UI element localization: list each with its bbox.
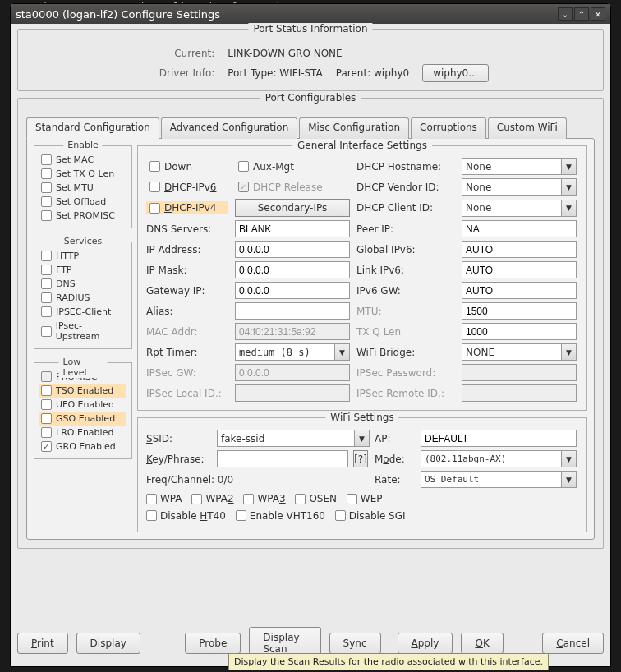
chk-lro[interactable]: LRO Enabled [39,426,126,440]
chevron-down-icon: ▼ [334,344,349,360]
chk-dns[interactable]: DNS [39,277,126,291]
rate-combo[interactable]: OS Default▼ [421,471,577,488]
key-input[interactable] [217,450,348,467]
chk-wpa2[interactable]: WPA2 [191,493,233,504]
mac-input [235,323,350,340]
chk-tso[interactable]: TSO Enabled [39,384,126,398]
wifi-panel: WiFi Settings SSID: fake-ssid▼ AP: Key/P… [137,417,587,532]
ipsrid-label: IPSec Remote ID.: [356,388,455,399]
chk-down[interactable]: Down [146,160,228,173]
driver-info-label: Driver Info: [132,67,214,79]
chk-wpa[interactable]: WPA [146,493,182,504]
peer-input[interactable] [462,220,577,237]
ssid-label: SSID: [146,433,212,444]
gipv6-label: Global IPv6: [356,244,455,255]
chk-gro[interactable]: GRO Enabled [39,440,126,453]
ssid-combo[interactable]: fake-ssid▼ [217,430,370,447]
titlebar: sta0000 (logan-lf2) Configure Settings ⌄… [11,4,610,24]
chk-ipsec-client[interactable]: IPSEC-Client [39,305,126,319]
wifi-legend: WiFi Settings [325,412,398,423]
chk-disable-sgi[interactable]: Disable SGI [335,510,406,522]
tab-misc[interactable]: Misc Configuration [299,117,409,139]
chk-set-mac[interactable]: Set MAC [39,153,126,167]
window-min[interactable]: ⌄ [558,7,573,21]
mask-input[interactable] [235,261,350,278]
chk-dhcp-ipv4[interactable]: DHCP-IPv4 [146,201,228,214]
current-value: LINK-DOWN GRO NONE [228,48,488,59]
chk-dhcp-release: DHCP Release [235,181,350,194]
window-close[interactable]: × [591,7,605,21]
ipspw-input [462,364,577,381]
chk-radius[interactable]: RADIUS [39,291,126,305]
display-button[interactable]: Display [76,633,140,654]
dhcp-client-combo[interactable]: None▼ [462,200,577,217]
tabs: Standard Configuration Advanced Configur… [26,117,595,138]
chk-ufo[interactable]: UFO Enabled [39,398,126,412]
ipslid-label: IPSec Local ID.: [146,388,228,399]
wbr-combo[interactable]: NONE▼ [462,343,577,361]
chk-set-mtu[interactable]: Set MTU [39,181,126,195]
print-button[interactable]: Print [17,633,68,654]
chk-enable-vht160[interactable]: Enable VHT160 [236,510,325,522]
cancel-button[interactable]: Cancel [542,633,604,654]
chk-ipsec-upstream[interactable]: IPsec-Upstream [39,319,126,343]
mtu-input[interactable] [462,302,577,320]
chk-dhcp-ipv6[interactable]: DHCP-IPv6 [146,181,228,194]
chk-http[interactable]: HTTP [39,249,126,263]
chk-set-txq[interactable]: Set TX Q Len [39,167,126,181]
chevron-down-icon: ▼ [561,472,576,487]
tab-customwifi[interactable]: Custom WiFi [488,117,567,139]
rpt-combo[interactable]: medium (8 s)▼ [235,343,350,361]
tab-advanced[interactable]: Advanced Configuration [161,117,297,139]
ip-input[interactable] [235,241,350,258]
mode-combo[interactable]: (802.11abgn-AX)▼ [421,450,577,467]
chk-ftp[interactable]: FTP [39,263,126,277]
wiphy-button[interactable]: wiphy0... [422,64,489,82]
chk-disable-ht40[interactable]: Disable HT40 [146,510,226,522]
dhcp-vendor-combo[interactable]: None▼ [462,178,577,196]
lipv6-input[interactable] [462,261,577,278]
chevron-down-icon: ▼ [354,430,369,446]
port-status-legend: Port Status Information [248,23,372,35]
txq-input[interactable] [462,323,577,340]
main-column: General Interface Settings Down Aux-Mgt … [137,145,587,532]
ipspw-label: IPSec Password: [356,367,455,379]
ipv6gw-input[interactable] [462,282,577,299]
gipv6-input[interactable] [462,241,577,258]
dns-input[interactable] [235,220,350,237]
key-label: Key/Phrase: [146,453,212,465]
ap-input[interactable] [421,430,577,447]
chk-set-promisc[interactable]: Set PROMISC [39,209,126,223]
gw-input[interactable] [235,282,350,299]
alias-input[interactable] [235,302,350,320]
apply-button[interactable]: Apply [398,633,453,654]
driver-info-parent: Parent: wiphy0 [336,67,409,79]
dhcp-hostname-label: DHCP Hostname: [356,161,455,173]
chk-auxmgt[interactable]: Aux-Mgt [235,160,350,173]
chk-wpa3[interactable]: WPA3 [243,493,285,504]
chk-gso[interactable]: GSO Enabled [39,412,126,426]
secondary-ips-button[interactable]: Secondary-IPs [235,199,350,217]
tab-standard[interactable]: Standard Configuration [26,117,159,139]
probe-button[interactable]: Probe [185,633,241,654]
freq-label: Freq/Channel: 0/0 [146,474,370,486]
dhcp-client-label: DHCP Client ID: [356,202,455,214]
tab-body: Enable Set MAC Set TX Q Len Set MTU Set … [26,138,595,540]
driver-info-porttype: Port Type: WIFI-STA [228,67,322,79]
chevron-down-icon: ▼ [561,159,576,174]
sync-button[interactable]: Sync [329,633,381,654]
chk-osen[interactable]: OSEN [295,493,337,504]
dhcp-hostname-combo[interactable]: None▼ [462,158,577,175]
key-help-button[interactable]: [?] [353,450,368,467]
window-max[interactable]: ⌃ [574,7,589,21]
general-legend: General Interface Settings [292,140,432,151]
dhcp-vendor-label: DHCP Vendor ID: [356,182,455,193]
ok-button[interactable]: OK [461,633,503,654]
ipsrid-input [462,384,577,402]
chk-set-offload[interactable]: Set Offload [39,195,126,209]
port-config-panel: Port Configurables Standard Configuratio… [17,98,604,549]
current-label: Current: [132,48,214,59]
alias-label: Alias: [146,306,228,317]
chk-wep[interactable]: WEP [347,493,383,504]
tab-corruptions[interactable]: Corruptions [411,117,486,139]
